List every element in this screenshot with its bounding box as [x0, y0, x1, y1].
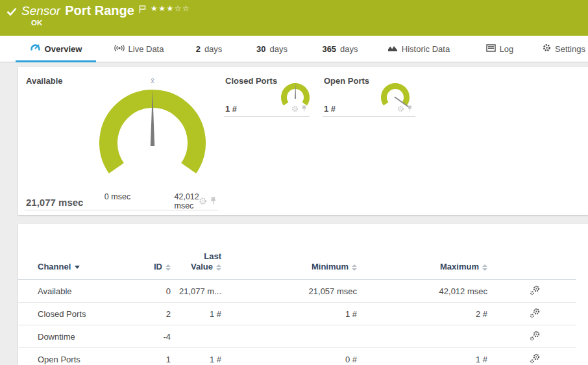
- gauge-tile-available[interactable]: Available x̄ 0 msec 42,012 msec 21,077 m…: [25, 73, 218, 210]
- cell-minimum: 21,057 msec: [229, 280, 357, 303]
- pin-icon[interactable]: [301, 103, 307, 115]
- column-header-channel[interactable]: Channel: [18, 242, 138, 280]
- tab-settings[interactable]: Settings: [541, 36, 587, 62]
- sort-icon: [352, 264, 357, 271]
- gauge-title: Open Ports: [324, 76, 369, 86]
- column-header-minimum[interactable]: Minimum: [229, 242, 357, 280]
- gear-icon[interactable]: [397, 103, 404, 115]
- cell-minimum: [229, 325, 357, 348]
- tab-2-days[interactable]: 2 days: [190, 36, 228, 62]
- ok-check-icon: [6, 7, 17, 19]
- tab-live-data[interactable]: Live Data: [109, 36, 169, 62]
- cell-id: 1: [138, 348, 171, 365]
- gauge-tile-open-ports[interactable]: Open Ports 1 #: [323, 73, 415, 117]
- cell-maximum: 42,012 msec: [357, 280, 487, 303]
- mean-marker: x̄: [151, 77, 154, 84]
- gauge-title: Closed Ports: [225, 76, 277, 86]
- sort-icon: [482, 264, 487, 271]
- sort-caret-icon: [75, 266, 80, 269]
- cell-last-value: 21,077 m...: [171, 280, 229, 303]
- column-header-maximum[interactable]: Maximum: [357, 242, 487, 280]
- cell-minimum: 0 #: [229, 348, 357, 365]
- available-gauge: x̄: [94, 73, 211, 197]
- gauge-tile-closed-ports[interactable]: Closed Ports 1 #: [224, 73, 310, 117]
- cell-last-value: 1 #: [171, 348, 229, 365]
- tab-label: Overview: [45, 44, 82, 54]
- sort-icon: [216, 264, 221, 271]
- cell-maximum: [357, 325, 487, 348]
- sensor-header: Sensor Port Range ★★★☆☆ OK: [0, 0, 588, 36]
- gear-icon[interactable]: [199, 196, 207, 208]
- column-header-last-value[interactable]: Last Value: [171, 242, 229, 280]
- gauge-title: Available: [26, 76, 63, 86]
- channel-settings-icon[interactable]: [530, 333, 541, 343]
- gauges-panel: Available x̄ 0 msec 42,012 msec 21,077 m…: [18, 67, 588, 215]
- cell-channel: Closed Ports: [18, 303, 138, 325]
- cell-maximum: 1 #: [357, 348, 487, 365]
- log-icon: [486, 44, 496, 54]
- cell-channel: Downtime: [18, 325, 138, 348]
- cell-channel: Open Ports: [18, 348, 138, 365]
- table-row[interactable]: Closed Ports 2 1 # 1 # 2 #: [18, 303, 576, 325]
- cell-maximum: 2 #: [357, 303, 487, 325]
- tab-label: Live Data: [129, 44, 164, 54]
- column-header-id[interactable]: ID: [138, 242, 171, 280]
- priority-stars[interactable]: ★★★☆☆: [151, 4, 190, 13]
- tab-label: Settings: [555, 44, 585, 54]
- tab-historic-data[interactable]: Historic Data: [383, 36, 454, 62]
- channel-settings-icon[interactable]: [530, 310, 541, 320]
- channel-table-panel: Channel ID Last Value Minimum Maximum: [18, 224, 588, 365]
- tab-bar: Overview Live Data 2 days 30 days: [0, 36, 588, 62]
- cell-id: 0: [138, 280, 171, 303]
- gauge-icon: [30, 44, 41, 54]
- table-row[interactable]: Open Ports 1 1 # 0 # 1 #: [18, 348, 576, 365]
- sort-icon: [165, 264, 171, 271]
- channel-settings-icon[interactable]: [530, 356, 541, 365]
- table-header-row: Channel ID Last Value Minimum Maximum: [18, 242, 576, 280]
- gauge-min-label: 0 msec: [104, 192, 130, 201]
- flag-icon[interactable]: [139, 5, 146, 16]
- gear-icon: [543, 44, 551, 54]
- tab-label: Historic Data: [402, 44, 450, 54]
- cell-id: 2: [138, 303, 171, 325]
- gear-icon[interactable]: [291, 103, 299, 115]
- sensor-title: Port Range: [65, 3, 134, 18]
- live-data-icon: [114, 44, 125, 54]
- chart-icon: [387, 44, 398, 54]
- prtg-sensor-page: Sensor Port Range ★★★☆☆ OK Overview: [0, 0, 588, 365]
- cell-last-value: [171, 325, 229, 348]
- status-badge: OK: [31, 19, 42, 27]
- tab-365-days[interactable]: 365 days: [317, 36, 363, 62]
- pin-icon[interactable]: [210, 196, 217, 208]
- active-tab-underline: [16, 60, 96, 62]
- pin-icon[interactable]: [407, 103, 413, 115]
- table-row[interactable]: Downtime -4: [18, 325, 576, 348]
- gauge-current-value: 21,077 msec: [26, 197, 83, 208]
- cell-channel: Available: [18, 280, 138, 303]
- tab-30-days[interactable]: 30 days: [252, 36, 292, 62]
- cell-id: -4: [138, 325, 171, 348]
- tab-overview[interactable]: Overview: [16, 36, 96, 62]
- table-row[interactable]: Available 0 21,077 m... 21,057 msec 42,0…: [18, 280, 576, 303]
- channel-table: Channel ID Last Value Minimum Maximum: [18, 242, 576, 365]
- tab-log[interactable]: Log: [483, 36, 517, 62]
- sensor-type-label: Sensor: [21, 4, 60, 18]
- gauge-current-value: 1 #: [324, 104, 336, 114]
- tab-label: Log: [500, 44, 514, 54]
- cell-last-value: 1 #: [171, 303, 229, 325]
- gauge-current-value: 1 #: [225, 104, 237, 114]
- channel-settings-icon[interactable]: [530, 288, 541, 297]
- cell-minimum: 1 #: [229, 303, 357, 325]
